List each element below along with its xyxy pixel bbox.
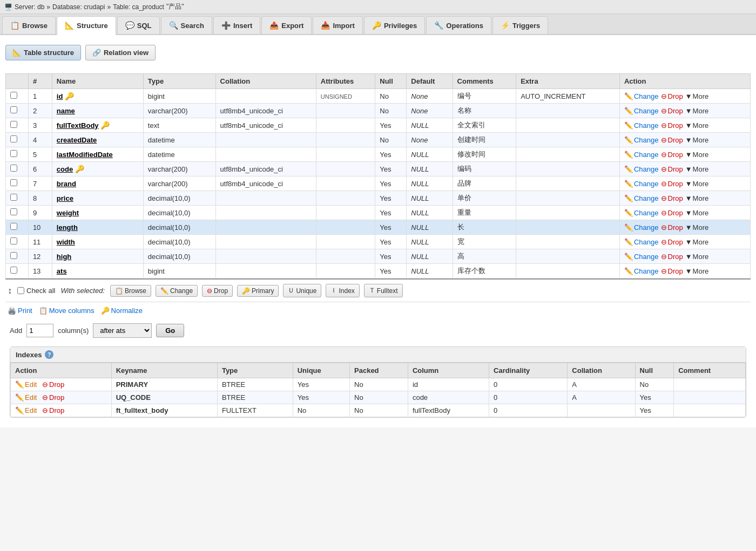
row-checkbox[interactable] — [10, 121, 17, 128]
change-link[interactable]: ✏️ Change — [624, 121, 659, 130]
drop-link[interactable]: ⊖ Drop — [661, 209, 683, 217]
tab-import[interactable]: 📥 Import — [313, 16, 362, 34]
footer-index-btn[interactable]: Ｉ Index — [326, 284, 359, 297]
more-link[interactable]: ▼ More — [685, 180, 709, 188]
column-name-link[interactable]: brand — [57, 180, 76, 188]
change-link[interactable]: ✏️ Change — [624, 223, 659, 232]
print-link[interactable]: 🖨️ Print — [8, 307, 32, 315]
column-name-link[interactable]: width — [57, 238, 75, 246]
row-checkbox[interactable] — [10, 179, 17, 186]
tab-search[interactable]: 🔍 Search — [161, 16, 212, 34]
row-checkbox[interactable] — [10, 252, 17, 259]
relation-view-btn[interactable]: 🔗 Relation view — [85, 45, 156, 60]
column-name-link[interactable]: id — [57, 92, 63, 100]
idx-edit-link[interactable]: ✏️ Edit — [15, 380, 37, 389]
row-checkbox[interactable] — [10, 150, 17, 157]
more-link[interactable]: ▼ More — [685, 267, 709, 275]
drop-link[interactable]: ⊖ Drop — [661, 253, 683, 261]
row-checkbox[interactable] — [10, 194, 17, 201]
change-link[interactable]: ✏️ Change — [624, 151, 659, 159]
column-name-link[interactable]: price — [57, 194, 73, 202]
title-table-display: "产品" — [166, 2, 184, 11]
more-link[interactable]: ▼ More — [685, 92, 709, 100]
column-name-link[interactable]: high — [57, 253, 71, 261]
tab-export[interactable]: 📤 Export — [261, 16, 312, 34]
drop-link[interactable]: ⊖ Drop — [661, 267, 683, 275]
drop-link[interactable]: ⊖ Drop — [661, 165, 683, 173]
row-checkbox[interactable] — [10, 135, 17, 142]
row-checkbox[interactable] — [10, 223, 17, 230]
idx-edit-link[interactable]: ✏️ Edit — [15, 406, 37, 414]
row-checkbox[interactable] — [10, 267, 17, 274]
drop-link[interactable]: ⊖ Drop — [661, 107, 683, 115]
table-structure-btn[interactable]: 📐 Table structure — [5, 45, 81, 60]
change-link[interactable]: ✏️ Change — [624, 238, 659, 246]
column-count-input[interactable] — [26, 324, 53, 337]
row-checkbox[interactable] — [10, 165, 17, 172]
tab-triggers[interactable]: ⚡ Triggers — [492, 16, 548, 34]
more-link[interactable]: ▼ More — [685, 253, 709, 261]
more-link[interactable]: ▼ More — [685, 209, 709, 217]
change-link[interactable]: ✏️ Change — [624, 165, 659, 173]
more-link[interactable]: ▼ More — [685, 194, 709, 202]
tab-insert[interactable]: ➕ Insert — [213, 16, 260, 34]
more-link[interactable]: ▼ More — [685, 107, 709, 115]
more-link[interactable]: ▼ More — [685, 223, 709, 232]
idx-drop-link[interactable]: ⊖ Drop — [42, 406, 64, 414]
row-checkbox[interactable] — [10, 106, 17, 113]
change-link[interactable]: ✏️ Change — [624, 267, 659, 275]
drop-link[interactable]: ⊖ Drop — [661, 121, 683, 130]
tab-browse[interactable]: 📋 Browse — [2, 16, 56, 34]
tab-privileges[interactable]: 🔑 Privileges — [364, 16, 425, 34]
check-all-label[interactable]: Check all — [17, 287, 55, 295]
change-link[interactable]: ✏️ Change — [624, 253, 659, 261]
row-checkbox[interactable] — [10, 237, 17, 244]
column-name-link[interactable]: lastModifiedDate — [57, 151, 113, 159]
column-name-link[interactable]: createdDate — [57, 136, 97, 144]
change-link[interactable]: ✏️ Change — [624, 136, 659, 144]
change-link[interactable]: ✏️ Change — [624, 107, 659, 115]
drop-link[interactable]: ⊖ Drop — [661, 92, 683, 100]
idx-edit-link[interactable]: ✏️ Edit — [15, 393, 37, 402]
check-all-checkbox[interactable] — [17, 287, 24, 294]
drop-link[interactable]: ⊖ Drop — [661, 223, 683, 232]
column-name-link[interactable]: ats — [57, 267, 67, 275]
column-name-link[interactable]: fullTextBody — [57, 121, 99, 130]
column-name-link[interactable]: name — [57, 107, 75, 115]
more-link[interactable]: ▼ More — [685, 165, 709, 173]
more-link[interactable]: ▼ More — [685, 121, 709, 130]
drop-link[interactable]: ⊖ Drop — [661, 194, 683, 202]
row-checkbox[interactable] — [10, 208, 17, 215]
drop-link[interactable]: ⊖ Drop — [661, 238, 683, 246]
footer-browse-btn[interactable]: 📋 Browse — [110, 285, 151, 297]
more-link[interactable]: ▼ More — [685, 151, 709, 159]
tab-operations[interactable]: 🔧 Operations — [426, 16, 491, 34]
more-link[interactable]: ▼ More — [685, 136, 709, 144]
footer-primary-btn[interactable]: 🔑 Primary — [237, 285, 279, 297]
normalize-link[interactable]: 🔑 Normalize — [101, 307, 143, 315]
go-button[interactable]: Go — [156, 324, 184, 337]
footer-change-btn[interactable]: ✏️ Change — [156, 285, 198, 297]
column-name-link[interactable]: weight — [57, 209, 79, 217]
indexes-help-icon[interactable]: ? — [45, 350, 53, 359]
idx-drop-link[interactable]: ⊖ Drop — [42, 393, 64, 402]
drop-link[interactable]: ⊖ Drop — [661, 180, 683, 188]
tab-structure[interactable]: 📐 Structure — [57, 16, 116, 35]
column-name-link[interactable]: length — [57, 223, 78, 232]
drop-link[interactable]: ⊖ Drop — [661, 151, 683, 159]
footer-unique-btn[interactable]: Ｕ Unique — [283, 284, 321, 297]
footer-fulltext-btn[interactable]: Ｔ Fulltext — [364, 284, 403, 297]
column-name-link[interactable]: code — [57, 165, 73, 173]
change-link[interactable]: ✏️ Change — [624, 209, 659, 217]
move-columns-link[interactable]: 📋 Move columns — [39, 307, 94, 315]
after-column-select[interactable]: after atsafter highafter widthat beginni… — [93, 323, 152, 338]
idx-drop-link[interactable]: ⊖ Drop — [42, 380, 64, 389]
tab-sql[interactable]: 💬 SQL — [117, 16, 160, 34]
more-link[interactable]: ▼ More — [685, 238, 709, 246]
row-checkbox[interactable] — [10, 92, 17, 99]
change-link[interactable]: ✏️ Change — [624, 92, 659, 100]
change-link[interactable]: ✏️ Change — [624, 180, 659, 188]
footer-drop-btn[interactable]: ⊖ Drop — [202, 285, 233, 297]
drop-link[interactable]: ⊖ Drop — [661, 136, 683, 144]
change-link[interactable]: ✏️ Change — [624, 194, 659, 202]
